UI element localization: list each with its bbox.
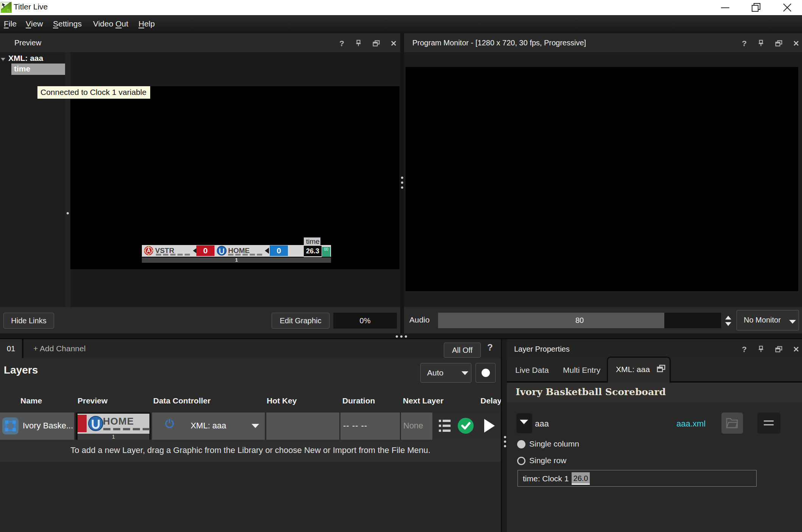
layer-properties-panel: Layer Properties ? Live Data Multi Entry <box>507 339 802 532</box>
help-icon[interactable]: ? <box>487 342 493 353</box>
close-button[interactable] <box>776 0 799 15</box>
column-duration: Duration <box>342 389 375 413</box>
properties-heading: Ivory Basketball Scoreboard <box>516 386 666 397</box>
horizontal-splitter[interactable] <box>0 333 802 339</box>
menu-icon <box>764 424 774 425</box>
time-field[interactable]: time: Clock 1 26.0 <box>518 470 757 487</box>
next-layer-cell[interactable]: None <box>401 413 432 440</box>
enabled-check-icon[interactable] <box>458 418 474 434</box>
layer-thumbnail: HOME 1 <box>78 414 149 440</box>
column-delay: Delay <box>480 389 502 413</box>
tooltip: Connected to Clock 1 variable <box>37 86 150 99</box>
window-title: Titler Live <box>14 2 48 11</box>
channels-panel: 01 + Add Channel All Off ? Layers Auto N… <box>0 339 501 532</box>
channel-tab-01[interactable]: 01 <box>0 339 23 358</box>
hot-key-cell[interactable] <box>266 413 339 440</box>
home-logo <box>216 245 227 256</box>
source-name: aaa <box>535 419 549 429</box>
program-monitor-title: Program Monitor - [1280 x 720, 30 fps, P… <box>412 39 586 47</box>
scoreboard-clock: 26.3 <box>304 246 322 257</box>
float-icon[interactable] <box>657 364 665 372</box>
tab-multi-entry[interactable]: Multi Entry <box>563 359 600 381</box>
audio-spin-down[interactable] <box>725 322 731 326</box>
source-menu-button[interactable] <box>757 413 780 434</box>
restore-button[interactable] <box>745 0 768 15</box>
help-icon[interactable]: ? <box>742 39 747 47</box>
tree-expander-icon[interactable] <box>1 58 5 61</box>
data-controller-value: XML: aaa <box>152 421 265 431</box>
progress-display: 0% <box>333 313 397 329</box>
titlebar: TL Titler Live <box>0 0 802 15</box>
float-icon[interactable] <box>373 40 380 47</box>
time-field-label: time: Clock 1 <box>523 474 569 483</box>
chevron-down-icon <box>252 424 259 428</box>
radio-single-row[interactable] <box>517 457 525 465</box>
time-field-value[interactable]: 26.0 <box>572 472 590 485</box>
layer-name-cell[interactable]: Ivory Baske... <box>0 413 74 440</box>
data-controller-cell[interactable]: XML: aaa <box>152 413 265 440</box>
radio-single-column[interactable] <box>517 440 525 448</box>
visitor-dashes <box>156 254 190 256</box>
record-button[interactable] <box>476 363 496 383</box>
close-icon[interactable] <box>793 40 799 46</box>
tab-live-data[interactable]: Live Data <box>515 359 549 381</box>
pin-icon[interactable] <box>355 40 362 47</box>
tab-xml-aaa[interactable]: XML: aaa <box>607 357 671 383</box>
menu-file[interactable]: File <box>4 15 17 33</box>
play-icon[interactable] <box>483 419 495 433</box>
add-channel-button[interactable]: + Add Channel <box>33 339 85 358</box>
monitor-select[interactable]: No Monitor <box>737 310 799 330</box>
audio-value: 80 <box>438 313 721 328</box>
program-monitor-header[interactable]: Program Monitor - [1280 x 720, 30 fps, P… <box>404 33 802 52</box>
preview-panel-header[interactable]: Preview ? <box>0 33 400 52</box>
scoreboard-aux: 00 <box>322 247 330 257</box>
menu-video-out[interactable]: Video Out <box>93 15 128 33</box>
pin-icon[interactable] <box>758 40 764 47</box>
pin-icon[interactable] <box>758 346 764 353</box>
float-icon[interactable] <box>775 346 782 352</box>
duration-cell[interactable]: -- -- -- <box>340 413 400 440</box>
playback-mode-select[interactable]: Auto <box>420 363 471 383</box>
layer-properties-header[interactable]: Layer Properties ? <box>507 339 802 359</box>
minimize-button[interactable] <box>714 0 737 15</box>
source-collapse-button[interactable] <box>516 413 532 433</box>
top-panels-splitter[interactable] <box>400 33 404 333</box>
scoreboard-graphic: VSTR 0 HOME 0 26.3 00 <box>142 245 331 257</box>
playlist-icon[interactable] <box>439 420 451 432</box>
layer-type-icon <box>2 417 19 434</box>
menu-help[interactable]: Help <box>138 15 155 33</box>
chevron-down-icon <box>520 420 528 424</box>
layer-properties-title: Layer Properties <box>514 345 570 354</box>
edit-graphic-button[interactable]: Edit Graphic <box>272 313 330 329</box>
column-hot-key: Hot Key <box>267 389 297 413</box>
browse-folder-button[interactable] <box>721 413 743 434</box>
hide-links-button[interactable]: Hide Links <box>3 313 54 329</box>
all-off-button[interactable]: All Off <box>444 343 481 358</box>
thumbnail-period: 1 <box>78 434 149 440</box>
channel-tabbar: 01 + Add Channel All Off ? <box>0 339 501 358</box>
preview-panel: Preview ? XML: aaa time <box>0 33 400 333</box>
titler-live-window: TL Titler Live File View Settings Video … <box>0 0 802 532</box>
channels-empty-area <box>0 462 501 532</box>
help-icon[interactable]: ? <box>339 39 344 47</box>
float-icon[interactable] <box>775 40 782 47</box>
source-file-link[interactable]: aaa.xml <box>676 419 706 429</box>
tree-root-item[interactable]: XML: aaa <box>8 54 43 63</box>
audio-slider[interactable]: 80 <box>438 313 721 328</box>
scoreboard-period: 1 <box>142 257 331 263</box>
menu-settings[interactable]: Settings <box>53 15 82 33</box>
program-monitor-panel: Program Monitor - [1280 x 720, 30 fps, P… <box>404 33 802 333</box>
thumbnail-team: HOME <box>103 416 134 427</box>
chevron-down-icon <box>789 320 796 324</box>
close-icon[interactable] <box>793 346 799 352</box>
time-drag-label: time <box>304 237 320 245</box>
layer-preview-cell[interactable]: HOME 1 <box>76 413 151 440</box>
close-icon[interactable] <box>391 40 396 46</box>
bottom-panels-splitter[interactable] <box>501 339 507 532</box>
tree-item-time[interactable]: time <box>11 64 65 75</box>
audio-spin-up[interactable] <box>725 316 731 320</box>
layer-row[interactable]: Ivory Baske... HOME 1 <box>0 413 501 440</box>
menu-view[interactable]: View <box>26 15 43 33</box>
properties-content: Ivory Basketball Scoreboard aaa aaa.xml … <box>507 383 802 532</box>
help-icon[interactable]: ? <box>742 345 747 353</box>
